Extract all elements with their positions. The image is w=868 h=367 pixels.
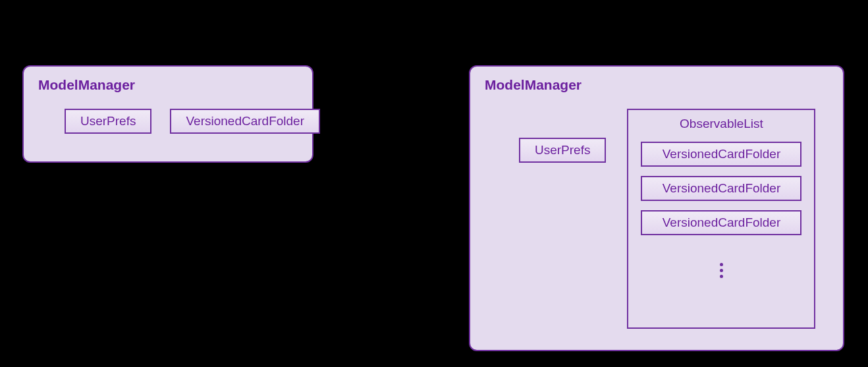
right-content: UserPrefs ObservableList VersionedCardFo… (485, 109, 828, 329)
panel-title-right: ModelManager (485, 77, 828, 93)
versioned-card-folder-item: VersionedCardFolder (641, 210, 801, 235)
userprefs-box-right: UserPrefs (519, 138, 606, 163)
left-row: UserPrefs VersionedCardFolder (38, 109, 298, 134)
panel-title-left: ModelManager (38, 77, 298, 93)
versioned-card-folder-item: VersionedCardFolder (641, 176, 801, 201)
model-manager-panel-right: ModelManager UserPrefs ObservableList Ve… (469, 65, 844, 351)
versioned-card-folder-item: VersionedCardFolder (641, 142, 801, 167)
ellipsis-icon (720, 263, 723, 278)
versioned-card-folder-box-left: VersionedCardFolder (170, 109, 320, 134)
userprefs-box-left: UserPrefs (65, 109, 151, 134)
observable-list-box: ObservableList VersionedCardFolder Versi… (627, 109, 815, 329)
model-manager-panel-left: ModelManager UserPrefs VersionedCardFold… (22, 65, 313, 163)
observable-list-title: ObservableList (680, 117, 763, 131)
